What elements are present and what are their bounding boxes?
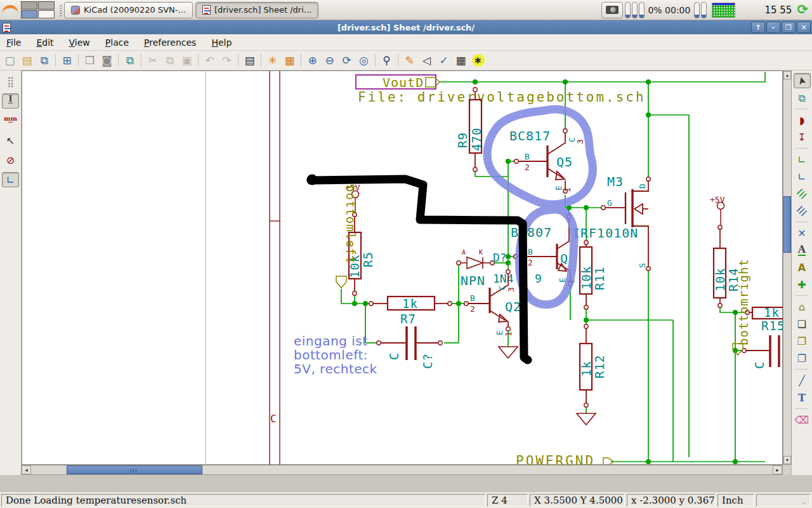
transistor-q5[interactable]: BC817 Q5 B 2 C 3 E 1 — [509, 128, 585, 192]
hv-orientation-button[interactable]: ∟ — [2, 172, 19, 187]
hier-label-button[interactable]: ⌂ — [794, 299, 811, 314]
sheet-pin-voutd[interactable]: VoutD — [356, 75, 440, 90]
grid-toggle-button[interactable]: ⣿ — [2, 74, 19, 89]
minimize-button[interactable]: – — [766, 22, 780, 33]
run-cvpcb-button[interactable]: ✳ — [264, 52, 281, 69]
capacitor-left[interactable]: C C? — [381, 326, 438, 369]
resistor-r12[interactable]: 1k R12 — [579, 328, 606, 403]
menu-place[interactable]: Place — [99, 36, 135, 50]
hierarchy-list-button[interactable]: ⧉ — [121, 52, 138, 69]
find-button[interactable]: ⚲ — [378, 52, 395, 69]
horizontal-scrollbar-thumb[interactable] — [67, 465, 202, 474]
delete-button[interactable]: ⌫ — [794, 412, 811, 427]
scroll-left-arrow[interactable]: ◂ — [22, 465, 31, 474]
graphic-text-button[interactable]: T — [794, 390, 811, 405]
workspace-1[interactable] — [21, 1, 37, 10]
menu-file[interactable]: File — [0, 36, 27, 50]
copy-button[interactable]: ⧉ — [161, 52, 178, 69]
hidden-pins-button[interactable]: ⊘ — [2, 152, 19, 168]
menu-edit[interactable]: Edit — [30, 36, 60, 50]
taskbar-window-eeschema-label: [driver.sch] Sheet /dri... — [214, 5, 311, 15]
zoom-fit-button[interactable]: ◎ — [355, 52, 372, 69]
power-5v-right[interactable]: +5V — [710, 195, 725, 225]
close-button[interactable]: ✕ — [797, 22, 811, 33]
taskbar-window-eeschema[interactable]: [driver.sch] Sheet /dri... — [195, 2, 318, 18]
hier-label-powergnd[interactable]: POWERGND — [516, 453, 613, 465]
resistor-r7[interactable]: 1k R7 — [373, 297, 448, 326]
bus-to-bus-entry-button[interactable]: ☰ — [794, 203, 811, 218]
global-label-button[interactable]: A — [794, 260, 811, 275]
new-file-button[interactable]: ▢ — [1, 52, 18, 69]
place-bus-button[interactable]: ∟ — [794, 169, 811, 184]
applet-slider-4[interactable] — [694, 2, 700, 18]
erc-button[interactable]: ✓ — [435, 52, 452, 69]
zoom-in-button[interactable]: ⊕ — [304, 52, 321, 69]
import-sheet-pin-button[interactable]: ❐ — [794, 333, 811, 349]
vertical-scrollbar[interactable]: ▴ ▾ — [783, 70, 792, 465]
workspace-pager[interactable] — [21, 1, 55, 18]
wire-to-bus-entry-button[interactable]: ☰ — [794, 186, 811, 201]
menu-preferences[interactable]: Preferences — [138, 36, 202, 50]
open-file-button[interactable]: ▤ — [18, 52, 36, 69]
resistor-r15[interactable]: 1k R15 — [749, 305, 783, 333]
schematic-canvas[interactable]: C VoutD File: drivervoltagebottom.sch — [22, 70, 783, 465]
horizontal-scrollbar[interactable]: ◂ ▸ — [21, 465, 783, 475]
scroll-right-arrow[interactable]: ▸ — [773, 465, 782, 474]
maximize-button[interactable]: ❐ — [782, 22, 796, 33]
scroll-up-arrow[interactable]: ▴ — [783, 71, 791, 79]
no-connect-button[interactable]: ✕ — [794, 225, 811, 241]
place-power-button[interactable]: ↧ — [794, 130, 811, 145]
applet-slider-5[interactable] — [701, 2, 707, 18]
vertical-scrollbar-thumb[interactable] — [783, 196, 791, 253]
network-monitor-icon[interactable] — [712, 3, 735, 18]
redraw-button[interactable]: ⟳ — [338, 52, 355, 69]
netlist-button[interactable]: ◁ — [418, 52, 435, 69]
applet-slider-2[interactable] — [632, 2, 638, 18]
menu-view[interactable]: View — [63, 36, 96, 50]
workspace-4[interactable] — [38, 10, 55, 18]
paste-button[interactable]: ▣ — [178, 52, 195, 69]
undo-button[interactable]: ↶ — [201, 52, 218, 69]
applet-slider-3[interactable] — [639, 2, 645, 18]
run-pcbnew-button[interactable]: ▦ — [281, 52, 298, 69]
graphic-line-button[interactable]: ╱ — [794, 373, 811, 388]
annotate-button[interactable]: ✎ — [401, 52, 418, 69]
backannotate-button[interactable]: ✱ — [469, 52, 487, 69]
capacitor-right[interactable]: C — [746, 335, 779, 369]
q2-pin-3: 3 — [506, 287, 516, 292]
library-editor-button[interactable]: ❒ — [81, 52, 98, 69]
units-mm-button[interactable]: mm↔ — [2, 113, 19, 128]
hierarchy-list-button[interactable]: ⧉ — [794, 90, 811, 105]
place-sheet-pin-button[interactable]: ❐ — [794, 351, 811, 366]
resistor-r11[interactable]: 10k R11 — [579, 244, 606, 305]
print-icon: ▤ — [244, 54, 254, 67]
cursor-tool-button[interactable]: ➤ — [794, 73, 811, 88]
junction-button[interactable]: ✚ — [794, 277, 811, 292]
applet-slider-1[interactable] — [625, 2, 631, 18]
menu-help[interactable]: Help — [205, 36, 238, 50]
scroll-down-arrow[interactable]: ▾ — [783, 456, 791, 464]
cursor-shape-button[interactable]: ↖ — [2, 133, 19, 148]
junction-icon: ✚ — [797, 279, 806, 291]
screenshot-button[interactable] — [601, 2, 623, 18]
place-wire-button[interactable]: ∟ — [794, 152, 811, 167]
cut-button[interactable]: ✂ — [144, 52, 161, 69]
print-button[interactable]: ▤ — [241, 52, 258, 69]
workspace-2[interactable] — [38, 1, 55, 10]
page-settings-button[interactable]: ⊞ — [58, 52, 75, 69]
bom-button[interactable]: ▦ — [452, 52, 469, 69]
place-sheet-button[interactable]: ❏ — [794, 316, 811, 331]
workspace-3-active[interactable] — [21, 10, 37, 18]
window-titlebar[interactable]: [driver.sch] Sheet /driver.sch/ ↑ – ❐ ✕ — [0, 20, 812, 34]
logout-icon[interactable]: ⟳ — [797, 3, 808, 17]
net-label-button[interactable]: A — [794, 243, 811, 258]
save-project-button[interactable]: ⧉ — [36, 52, 53, 69]
taskbar-window-kicad[interactable]: KiCad (20090220 SVN-... — [64, 2, 193, 18]
redo-button[interactable]: ↷ — [218, 52, 235, 69]
zoom-out-button[interactable]: ⊖ — [321, 52, 338, 69]
units-inch-button[interactable]: I↔ — [2, 93, 19, 109]
place-component-button[interactable]: ◗ — [794, 112, 811, 128]
library-browser-button[interactable]: ◙ — [98, 52, 115, 69]
shade-button[interactable]: ↑ — [751, 22, 765, 33]
panel-logo-icon[interactable] — [2, 5, 18, 15]
